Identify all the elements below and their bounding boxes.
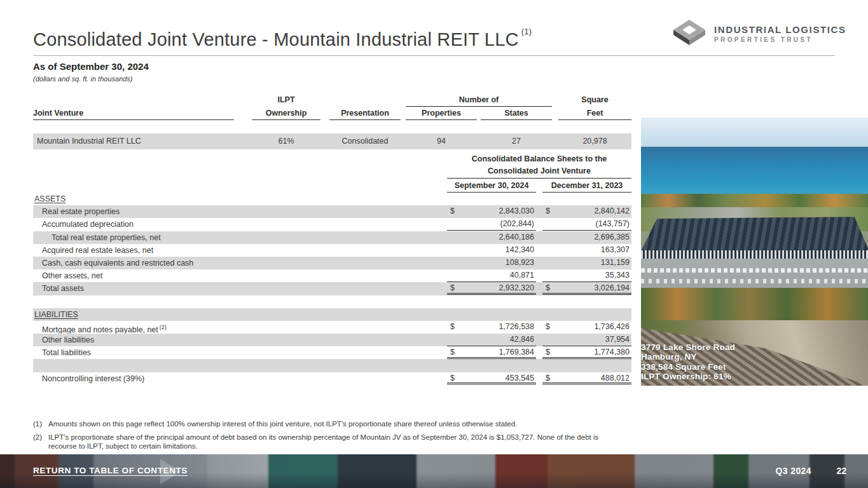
summary-table-row: Mountain Industrial REIT LLC 61% Consoli… bbox=[33, 133, 631, 149]
units-note: (dollars and sq. ft. in thousands) bbox=[33, 75, 133, 83]
footer-bar: RETURN TO TABLE OF CONTENTS Q3 2024 22 bbox=[0, 454, 868, 488]
amount: 1,769,384 bbox=[499, 346, 536, 357]
balance-sheet-row: Other liabilities42,84637,954 bbox=[33, 334, 631, 346]
amount: 163,307 bbox=[601, 244, 631, 257]
amount: (202,844) bbox=[500, 218, 536, 230]
balance-sheet-row: Other assets, net40,87135,343 bbox=[33, 269, 631, 282]
caption-city: Hamburg, NY bbox=[641, 352, 868, 362]
value-dec-2023 bbox=[542, 193, 631, 205]
page-title-text: Consolidated Joint Venture - Mountain In… bbox=[33, 29, 519, 50]
dollar-sign: $ bbox=[447, 346, 455, 357]
header-ownership: Ownership bbox=[252, 107, 320, 120]
footnote-2: (2) ILPT's proportionate share of the pr… bbox=[33, 433, 624, 451]
header-square: Square bbox=[558, 93, 631, 106]
row-label: Total assets bbox=[42, 282, 84, 295]
value-dec-2023: 163,307 bbox=[542, 244, 631, 257]
balance-sheet-heading-line1: Consolidated Balance Sheets to the bbox=[447, 153, 631, 165]
header-properties: Properties bbox=[406, 107, 477, 120]
joint-venture-summary-table: ILPT Number of Square Joint Venture Owne… bbox=[33, 93, 631, 151]
value-dec-2023 bbox=[542, 308, 631, 321]
value-dec-2023: $3,026,194 bbox=[542, 282, 631, 295]
value-sep-2024 bbox=[447, 193, 536, 205]
value-sep-2024: 108,923 bbox=[447, 257, 536, 269]
value-sep-2024: $2,932,320 bbox=[447, 282, 536, 295]
balance-sheet-row: Total real estate properties, net2,640,1… bbox=[33, 231, 631, 244]
amount: 488,012 bbox=[601, 372, 631, 383]
balance-sheet-row: Noncontrolling interest (39%)$453,545$48… bbox=[33, 372, 631, 385]
dollar-sign: $ bbox=[542, 372, 550, 383]
amount: 2,840,142 bbox=[594, 205, 631, 218]
photo-caption: 3779 Lake Shore Road Hamburg, NY 338,584… bbox=[641, 342, 868, 382]
photo-warehouse-roof bbox=[641, 217, 868, 251]
dollar-sign: $ bbox=[542, 346, 550, 357]
amount: 108,923 bbox=[506, 257, 536, 269]
amount: 35,343 bbox=[605, 269, 631, 281]
amount: 37,954 bbox=[605, 334, 631, 346]
logo-name-line2: PROPERTIES TRUST bbox=[714, 36, 813, 43]
footnotes: (1) Amounts shown on this page reflect 1… bbox=[33, 419, 624, 455]
dollar-sign: $ bbox=[542, 282, 550, 293]
cell-states: 27 bbox=[481, 133, 552, 149]
balance-sheet-row: LIABILITIES bbox=[33, 308, 631, 321]
company-logo: INDUSTRIAL LOGISTICS PROPERTIES TRUST bbox=[670, 15, 860, 48]
row-label: Other assets, net bbox=[42, 269, 102, 282]
photo-shoreline bbox=[641, 194, 868, 208]
dollar-sign: $ bbox=[447, 205, 455, 218]
photo-lake bbox=[641, 147, 868, 194]
value-sep-2024: 40,871 bbox=[447, 269, 536, 282]
amount: 42,846 bbox=[510, 334, 536, 346]
row-label: Total liabilities bbox=[42, 346, 91, 359]
photo-autumn-trees bbox=[641, 288, 868, 320]
balance-sheet-row: Real estate properties$2,843,030$2,840,1… bbox=[33, 205, 631, 218]
caption-address: 3779 Lake Shore Road bbox=[641, 342, 868, 353]
caption-ownership: ILPT Ownership: 61% bbox=[641, 372, 868, 382]
photo-trailer-row-2 bbox=[641, 279, 868, 283]
row-label: Total real estate properties, net bbox=[52, 231, 161, 244]
header-number-of: Number of bbox=[406, 93, 552, 107]
value-sep-2024: 42,846 bbox=[447, 334, 536, 346]
return-to-table-of-contents-link[interactable]: RETURN TO TABLE OF CONTENTS bbox=[33, 466, 188, 475]
balance-sheet-row: Accumulated depreciation(202,844)(143,75… bbox=[33, 218, 631, 231]
dollar-sign: $ bbox=[447, 372, 455, 383]
row-label: ASSETS bbox=[34, 193, 65, 205]
slide: Consolidated Joint Venture - Mountain In… bbox=[0, 0, 868, 488]
as-of-date: As of September 30, 2024 bbox=[33, 61, 149, 72]
balance-sheet-spacer-row bbox=[33, 359, 631, 372]
cell-square-feet: 20,978 bbox=[558, 133, 631, 149]
balance-sheet-row: ASSETS bbox=[33, 193, 631, 205]
amount: 40,871 bbox=[510, 269, 536, 281]
dollar-sign: $ bbox=[542, 321, 550, 334]
footnote-1-text: Amounts shown on this page reflect 100% … bbox=[48, 419, 624, 428]
amount: 2,932,320 bbox=[499, 282, 536, 293]
amount: 2,843,030 bbox=[499, 205, 536, 218]
value-sep-2024: (202,844) bbox=[447, 218, 536, 231]
page-number: 22 bbox=[836, 466, 846, 476]
dollar-sign: $ bbox=[447, 282, 455, 293]
title-divider bbox=[33, 55, 835, 56]
value-dec-2023: 35,343 bbox=[542, 269, 631, 282]
cell-joint-venture-name: Mountain Industrial REIT LLC bbox=[37, 133, 253, 149]
row-label: Acquired real estate leases, net bbox=[42, 244, 153, 257]
dollar-sign: $ bbox=[447, 321, 455, 334]
quarter-label: Q3 2024 bbox=[775, 466, 811, 476]
row-label: Mortgage and notes payable, net(2) bbox=[42, 321, 167, 334]
dollar-sign: $ bbox=[542, 205, 550, 218]
row-label: Real estate properties bbox=[42, 205, 120, 218]
row-label: Noncontrolling interest (39%) bbox=[42, 372, 144, 385]
amount: 453,545 bbox=[506, 372, 536, 383]
header-joint-venture: Joint Venture bbox=[33, 107, 234, 120]
value-sep-2024: $2,843,030 bbox=[447, 205, 536, 218]
photo-sky bbox=[641, 118, 868, 147]
header-ilpt: ILPT bbox=[252, 93, 320, 106]
caption-square-feet: 338,584 Square Feet bbox=[641, 362, 868, 372]
page-title: Consolidated Joint Venture - Mountain In… bbox=[33, 27, 532, 50]
footnote-1-number: (1) bbox=[33, 419, 48, 428]
value-dec-2023: 37,954 bbox=[542, 334, 631, 346]
value-sep-2024: $453,545 bbox=[447, 372, 536, 385]
value-sep-2024: $1,769,384 bbox=[447, 346, 536, 359]
column-header-dec-2023: December 31, 2023 bbox=[542, 180, 631, 193]
value-dec-2023: $488,012 bbox=[542, 372, 631, 385]
row-label: Accumulated depreciation bbox=[42, 218, 134, 231]
balance-sheet-rows: ASSETSReal estate properties$2,843,030$2… bbox=[33, 193, 631, 385]
value-dec-2023: $1,774,380 bbox=[542, 346, 631, 359]
